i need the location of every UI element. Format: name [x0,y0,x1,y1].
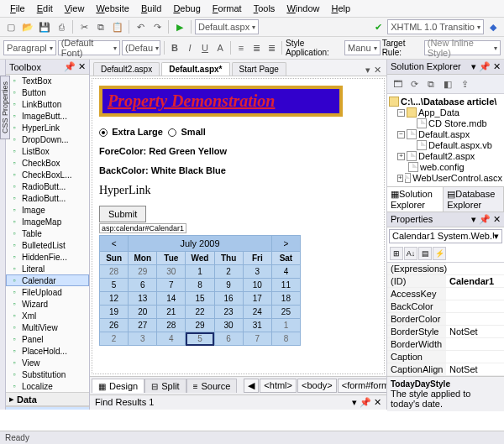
cal-day[interactable]: 1 [186,265,214,279]
new-icon[interactable]: ▢ [3,19,18,34]
menu-format[interactable]: Format [207,2,247,15]
cal-next[interactable]: > [271,236,300,252]
properties-icon[interactable]: 🗔 [390,76,405,91]
cal-day[interactable]: 25 [271,306,300,319]
cal-day[interactable]: 6 [129,279,157,292]
solution-explorer-tab[interactable]: ▦Solution Explorer [387,187,444,212]
toolbox-item[interactable]: ▫ImageButt... [6,110,89,122]
prop-value[interactable] [446,338,504,350]
cal-day[interactable]: 12 [100,292,129,306]
tree-expander[interactable]: + [397,175,403,182]
tree-item[interactable]: CD Store.mdb [428,118,487,128]
italic-icon[interactable]: I [183,40,197,55]
pin-icon[interactable]: ▾ 📌 [352,397,371,407]
toolbox-item[interactable]: ▫FileUpload [6,286,89,298]
toolbox-item[interactable]: ▫RadioButt... [6,180,89,192]
cal-day[interactable]: 16 [214,292,243,306]
font-combo[interactable]: (Default Font)▾ [58,40,120,55]
cal-prev[interactable]: < [100,236,129,252]
toolbox-item[interactable]: ▫Xml [6,310,89,321]
cal-day[interactable]: 5 [186,332,214,346]
cal-day[interactable]: 20 [129,306,157,319]
cal-day[interactable]: 8 [271,332,300,346]
hyperlink-control[interactable]: HyperLink [99,184,377,197]
cal-day[interactable]: 1 [271,319,300,332]
breadcrumb-item[interactable]: <html> [260,379,297,393]
radio-small[interactable] [168,128,176,137]
toolbox-item[interactable]: ▫CheckBoxL... [6,169,89,180]
toolbox-item[interactable]: ▫Table [6,227,89,239]
find-results-pane[interactable]: Find Results 1 ▾ 📌 ✕ [90,394,386,410]
toolbox-item[interactable]: ▫Button [6,86,89,98]
toolbox-item[interactable]: ▫Calendar [6,274,89,286]
document-tab[interactable]: Default2.aspx [93,62,160,76]
cal-day[interactable]: 2 [214,265,243,279]
cal-day[interactable]: 22 [186,306,214,319]
categorized-icon[interactable]: ⊞ [390,247,403,260]
toolbox-item[interactable]: ▫LinkButton [6,98,89,110]
save-icon[interactable]: 💾 [37,19,52,34]
cal-day[interactable]: 4 [271,265,300,279]
undo-icon[interactable]: ↶ [133,19,148,34]
pin-icon[interactable]: 📌 ✕ [64,61,86,72]
source-tab[interactable]: ≡ Source [186,379,238,393]
saveall-icon[interactable]: ⎙ [54,19,69,34]
tree-item[interactable]: App_Data [418,107,459,118]
cal-day[interactable]: 5 [100,279,129,292]
numbers-icon[interactable]: ≣ [265,40,278,55]
breadcrumb-item[interactable]: <body> [297,379,337,393]
tree-expander[interactable]: − [397,131,405,138]
property-selector[interactable]: Calendar1 System.Web.UI.WebControls.Ca▾ [389,229,502,243]
toolbox-item[interactable]: ▫View [6,357,89,368]
cal-day[interactable]: 13 [129,292,157,306]
toolbox-group[interactable]: ▸Validation [6,406,89,410]
tree-item[interactable]: Default.aspx.vb [428,140,492,150]
control-tag[interactable]: asp:calendar#Calendar1 [99,223,186,233]
cal-day[interactable]: 24 [243,306,271,319]
dropdown-icon[interactable]: ▾ [365,65,370,76]
design-tab[interactable]: ▦ Design [92,379,144,393]
cal-day[interactable]: 11 [271,279,300,292]
bold-icon[interactable]: B [168,40,181,55]
props-icon[interactable]: ▤ [418,247,432,260]
calendar-control[interactable]: <July 2009>SunMonTueWedThuFriSat28293012… [99,235,301,346]
open-icon[interactable]: 📂 [20,19,35,34]
menu-file[interactable]: File [5,2,30,15]
copy-icon[interactable]: ⧉ [93,19,108,34]
tree-item[interactable]: web.config [420,162,465,172]
validate-icon[interactable]: ✔ [370,19,386,34]
database-explorer-tab[interactable]: ▤Database Explorer [444,187,504,212]
size-combo[interactable]: (Defau▾ [122,40,160,55]
cal-day[interactable]: 3 [129,332,157,346]
menu-tools[interactable]: Tools [249,2,281,15]
document-tab[interactable]: Start Page [232,62,286,76]
cal-day[interactable]: 30 [157,265,186,279]
menu-edit[interactable]: Edit [32,2,58,15]
cal-day[interactable]: 29 [186,319,214,332]
redo-icon[interactable]: ↷ [150,19,165,34]
menu-window[interactable]: Window [281,2,324,15]
split-tab[interactable]: ⊟ Split [144,379,186,393]
document-tab[interactable]: Default.aspx* [161,62,229,76]
cal-day[interactable]: 7 [157,279,186,292]
cal-day[interactable]: 28 [157,319,186,332]
radio-extra-large[interactable] [99,128,108,137]
view-code-icon[interactable]: ◧ [440,76,455,91]
cal-day[interactable]: 9 [214,279,243,292]
toolbox-item[interactable]: ▫Literal [6,263,89,274]
toolbox-item[interactable]: ▫RadioButt... [6,192,89,204]
toolbox-item[interactable]: ▫Substitution [6,368,89,380]
cal-day[interactable]: 21 [157,306,186,319]
cal-day[interactable]: 23 [214,306,243,319]
cal-day[interactable]: 30 [214,319,243,332]
underline-icon[interactable]: U [198,40,212,55]
alpha-icon[interactable]: A↓ [404,247,417,260]
bullets-icon[interactable]: ≣ [249,40,263,55]
doctype-combo[interactable]: XHTML 1.0 Transitio▾ [387,19,484,34]
cal-day[interactable]: 3 [243,265,271,279]
events-icon[interactable]: ⚡ [433,247,446,260]
toolbox-item[interactable]: ▫Localize [6,380,89,392]
tree-expander[interactable]: + [397,153,405,160]
toolbox-group[interactable]: ▸Data [6,392,89,406]
toolbox-item[interactable]: ▫TextBox [6,75,89,86]
